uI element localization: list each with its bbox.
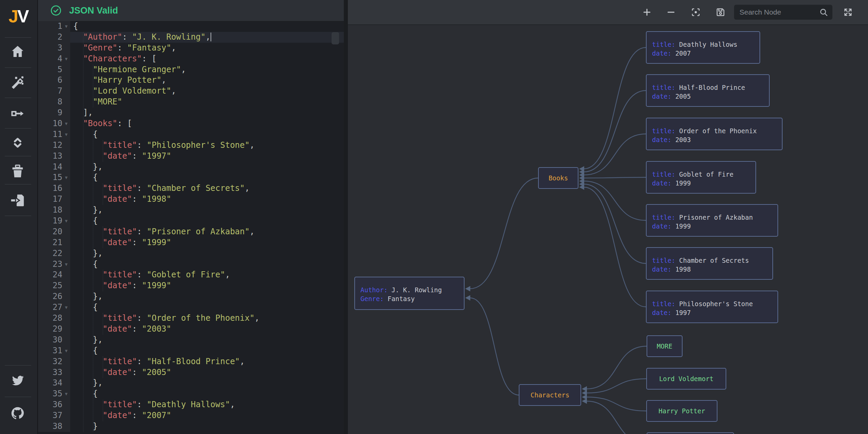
- code-line-8[interactable]: 8"MORE": [38, 97, 344, 107]
- code-text: "Books": [: [70, 118, 344, 129]
- code-line-30[interactable]: 30},: [38, 335, 344, 346]
- fold-arrow-icon[interactable]: ▼: [62, 118, 70, 129]
- code-line-34[interactable]: 34},: [38, 378, 344, 389]
- graph-node-c_hg[interactable]: Hermione Granger: [647, 432, 734, 434]
- fold-arrow-icon[interactable]: ▼: [62, 129, 70, 140]
- code-line-18[interactable]: 18},: [38, 205, 344, 216]
- zoom-in-button[interactable]: [639, 5, 654, 20]
- code-line-35[interactable]: 35▼{: [38, 389, 344, 399]
- center-view-button[interactable]: [688, 5, 703, 20]
- code-line-23[interactable]: 23▼{: [38, 259, 344, 270]
- token-key: "title": [103, 227, 137, 236]
- code-line-26[interactable]: 26},: [38, 291, 344, 302]
- gutter-cell: 10▼: [38, 118, 70, 129]
- search-input[interactable]: [734, 5, 832, 20]
- fold-arrow-icon[interactable]: ▼: [62, 54, 70, 64]
- graph-node-root[interactable]: Author: J. K. RowlingGenre: Fantasy: [354, 277, 465, 310]
- fullscreen-button[interactable]: [841, 5, 855, 20]
- panel-divider[interactable]: [344, 0, 348, 434]
- code-line-2[interactable]: 2"Author": "J. K. Rowling",: [38, 32, 344, 43]
- code-line-25[interactable]: 25"date": "1999": [38, 280, 344, 291]
- graph-node-b_cos[interactable]: title: Chamber of Secretsdate: 1998: [646, 247, 773, 280]
- graph-canvas[interactable]: Author: J. K. RowlingGenre: FantasyBooks…: [348, 24, 868, 434]
- code-line-31[interactable]: 31▼{: [38, 346, 344, 356]
- sidebar-item-expand-collapse[interactable]: [9, 135, 26, 151]
- sidebar-item-clear[interactable]: [9, 163, 26, 179]
- gutter-cell: 12: [38, 140, 70, 151]
- token-pun: {: [93, 346, 98, 355]
- line-number: 11: [38, 129, 62, 140]
- code-line-17[interactable]: 17"date": "1998": [38, 194, 344, 205]
- graph-node-b_ps[interactable]: title: Philosopher's Stonedate: 1997: [646, 291, 778, 323]
- gutter-cell: 37: [38, 410, 70, 421]
- code-line-29[interactable]: 29"date": "2003": [38, 324, 344, 335]
- graph-node-b_poa[interactable]: title: Prisoner of Azkabandate: 1999: [646, 204, 778, 237]
- code-line-1[interactable]: 1▼{: [38, 21, 344, 32]
- code-line-32[interactable]: 32"title": "Half-Blood Prince",: [38, 356, 344, 367]
- code-line-27[interactable]: 27▼{: [38, 302, 344, 313]
- fold-spacer: [62, 75, 70, 86]
- graph-node-b_hbp[interactable]: title: Half-Blood Princedate: 2005: [646, 74, 770, 107]
- code-line-6[interactable]: 6"Harry Potter",: [38, 75, 344, 86]
- code-line-19[interactable]: 19▼{: [38, 216, 344, 226]
- sidebar-item-layout-direction[interactable]: [9, 105, 26, 121]
- code-line-12[interactable]: 12"title": "Philosopher's Stone",: [38, 140, 344, 151]
- app-logo[interactable]: JV: [0, 6, 37, 26]
- save-button[interactable]: [713, 5, 728, 20]
- code-line-33[interactable]: 33"date": "2005": [38, 367, 344, 378]
- code-text: {: [70, 21, 344, 32]
- code-line-28[interactable]: 28"title": "Order of the Phoenix",: [38, 313, 344, 324]
- indent-guide: [103, 140, 103, 162]
- fold-arrow-icon[interactable]: ▼: [62, 172, 70, 183]
- graph-panel: Author: J. K. RowlingGenre: FantasyBooks…: [348, 0, 868, 434]
- code-line-37[interactable]: 37"date": "2007": [38, 410, 344, 421]
- fold-arrow-icon[interactable]: ▼: [62, 302, 70, 313]
- code-line-36[interactable]: 36"title": "Deathly Hallows",: [38, 399, 344, 410]
- sidebar-item-import-file[interactable]: [9, 192, 26, 209]
- code-line-10[interactable]: 10▼"Books": [: [38, 118, 344, 129]
- fold-arrow-icon[interactable]: ▼: [62, 216, 70, 226]
- code-line-22[interactable]: 22},: [38, 248, 344, 259]
- code-text: "Lord Voldemort",: [70, 86, 344, 97]
- code-line-20[interactable]: 20"title": "Prisoner of Azkaban",: [38, 226, 344, 237]
- code-line-38[interactable]: 38}: [38, 421, 344, 432]
- sidebar-item-home[interactable]: [9, 43, 26, 60]
- code-line-4[interactable]: 4▼"Characters": [: [38, 54, 344, 64]
- sidebar-divider: [5, 365, 31, 366]
- node-rows: title: Chamber of Secretsdate: 1998: [647, 248, 772, 274]
- code-line-3[interactable]: 3"Genre": "Fantasy",: [38, 43, 344, 54]
- code-line-14[interactable]: 14},: [38, 162, 344, 173]
- fold-arrow-icon[interactable]: ▼: [62, 346, 70, 356]
- sidebar-social-twitter[interactable]: [9, 373, 26, 389]
- node-value: 2005: [671, 93, 691, 100]
- fold-arrow-icon[interactable]: ▼: [62, 259, 70, 270]
- fold-arrow-icon[interactable]: ▼: [62, 389, 70, 399]
- graph-node-books[interactable]: Books: [538, 167, 578, 189]
- graph-node-b_dh[interactable]: title: Deathly Hallowsdate: 2007: [646, 31, 760, 64]
- sidebar-social-github[interactable]: [9, 405, 26, 421]
- token-key: "title": [103, 357, 137, 366]
- graph-node-b_ootp[interactable]: title: Order of the Phoenixdate: 2003: [646, 118, 783, 150]
- graph-node-b_gof[interactable]: title: Goblet of Firedate: 1999: [646, 161, 756, 194]
- code-line-9[interactable]: 9],: [38, 107, 344, 118]
- graph-node-characters[interactable]: Characters: [519, 384, 581, 406]
- code-line-24[interactable]: 24"title": "Goblet of Fire",: [38, 270, 344, 280]
- code-line-16[interactable]: 16"title": "Chamber of Secrets",: [38, 183, 344, 194]
- graph-node-c_lv[interactable]: Lord Voldemort: [646, 368, 726, 390]
- code-line-15[interactable]: 15▼{: [38, 172, 344, 183]
- graph-node-c_more[interactable]: MORE: [647, 335, 683, 357]
- sidebar-item-auto-format[interactable]: [9, 74, 26, 91]
- code-line-7[interactable]: 7"Lord Voldemort",: [38, 86, 344, 97]
- code-line-5[interactable]: 5"Hermione Granger",: [38, 64, 344, 75]
- node-rows: title: Philosopher's Stonedate: 1997: [647, 291, 777, 317]
- fold-arrow-icon[interactable]: ▼: [62, 21, 70, 32]
- gutter-cell: 22: [38, 248, 70, 259]
- code-line-11[interactable]: 11▼{: [38, 129, 344, 140]
- search-icon[interactable]: [819, 7, 828, 18]
- code-line-13[interactable]: 13"date": "1997": [38, 151, 344, 162]
- code-line-21[interactable]: 21"date": "1999": [38, 237, 344, 248]
- graph-node-c_hp[interactable]: Harry Potter: [646, 400, 717, 422]
- zoom-out-button[interactable]: [664, 5, 678, 20]
- editor-scrollbar[interactable]: [332, 32, 339, 44]
- code-area[interactable]: 1▼{2"Author": "J. K. Rowling",3"Genre": …: [38, 21, 344, 434]
